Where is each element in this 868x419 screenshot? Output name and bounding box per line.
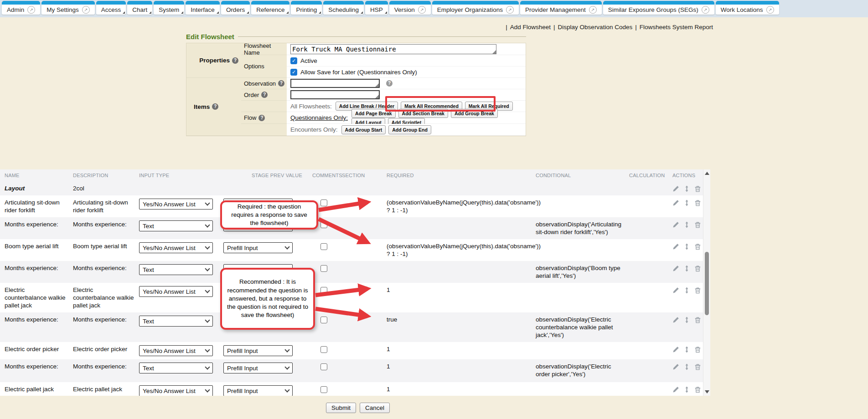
- nav-tab-system[interactable]: System: [154, 1, 184, 15]
- stage-prev-value-select[interactable]: Prefill Input: [223, 242, 293, 253]
- move-icon[interactable]: [683, 363, 690, 370]
- nav-tab-provider-management[interactable]: Provider Management↗: [520, 1, 602, 15]
- comments-checkbox[interactable]: [320, 346, 327, 353]
- edit-icon[interactable]: [672, 185, 679, 192]
- questionnaires-only-link[interactable]: Questionnaires Only:: [290, 114, 348, 121]
- stage-prev-value-select[interactable]: Prefill Input: [223, 363, 293, 373]
- help-icon[interactable]: ?: [261, 92, 268, 98]
- input-type-select[interactable]: Yes/No Answer List: [139, 286, 213, 297]
- move-icon[interactable]: [683, 346, 690, 353]
- input-type-select[interactable]: Yes/No Answer List: [139, 242, 213, 253]
- scrollbar-thumb[interactable]: [705, 252, 709, 315]
- edit-icon[interactable]: [672, 363, 679, 370]
- input-type-select[interactable]: Text: [139, 363, 213, 373]
- move-icon[interactable]: [683, 185, 690, 192]
- flowsheet-name-input[interactable]: [291, 45, 496, 54]
- scroll-down-arrow-icon[interactable]: [705, 390, 709, 393]
- delete-icon[interactable]: [694, 363, 701, 370]
- edit-icon[interactable]: [672, 317, 679, 323]
- move-icon[interactable]: [683, 199, 690, 206]
- delete-icon[interactable]: [694, 386, 701, 393]
- resize-handle-icon[interactable]: [492, 50, 496, 54]
- nav-tab-admin[interactable]: Admin↗: [2, 1, 40, 15]
- nav-tab-label: Similar Exposure Groups (SEGs): [608, 6, 698, 13]
- link-display-observation-codes[interactable]: Display Observation Codes: [558, 24, 633, 31]
- nav-tab-my-settings[interactable]: My Settings↗: [41, 1, 95, 15]
- stage-prev-value-select[interactable]: Prefill Input: [223, 345, 293, 356]
- nav-tab-orders[interactable]: Orders: [221, 1, 250, 15]
- cancel-button[interactable]: Cancel: [360, 403, 390, 413]
- column-header-calculation: CALCULATION: [629, 173, 672, 178]
- delete-icon[interactable]: [694, 317, 701, 323]
- nav-tab-hsp[interactable]: HSP: [365, 1, 388, 15]
- help-icon[interactable]: ?: [258, 115, 265, 121]
- edit-icon[interactable]: [672, 243, 679, 250]
- delete-icon[interactable]: [694, 243, 701, 250]
- delete-icon[interactable]: [694, 185, 701, 192]
- comments-checkbox[interactable]: [320, 363, 327, 370]
- stage-prev-value-select[interactable]: Prefill Input: [223, 385, 293, 396]
- delete-icon[interactable]: [694, 221, 701, 228]
- move-icon[interactable]: [683, 243, 690, 250]
- help-icon[interactable]: ?: [386, 80, 393, 87]
- delete-icon[interactable]: [694, 287, 701, 294]
- input-type-select[interactable]: Text: [139, 316, 213, 327]
- link-flowsheets-system-report[interactable]: Flowsheets System Report: [640, 24, 713, 31]
- edit-icon[interactable]: [672, 265, 679, 272]
- save-later-checkbox[interactable]: ✓: [290, 69, 297, 76]
- move-icon[interactable]: [683, 221, 690, 228]
- column-header-section: SECTION: [342, 173, 378, 178]
- comments-checkbox[interactable]: [320, 287, 327, 294]
- observation-input[interactable]: [291, 80, 379, 87]
- table-header-row: NAME DESCRIPTION INPUT TYPE STAGE PREV V…: [0, 169, 703, 181]
- nav-tab-employer-organizations[interactable]: Employer Organizations↗: [432, 1, 519, 15]
- nav-tab-scheduling[interactable]: Scheduling: [323, 1, 364, 15]
- vertical-scrollbar[interactable]: [703, 169, 710, 396]
- move-icon[interactable]: [683, 265, 690, 272]
- input-type-select[interactable]: Yes/No Answer List: [139, 199, 213, 210]
- nav-tab-similar-exposure-groups-segs[interactable]: Similar Exposure Groups (SEGs)↗: [603, 1, 714, 15]
- delete-icon[interactable]: [694, 346, 701, 353]
- nav-tab-access[interactable]: Access: [96, 1, 126, 15]
- nav-tab-interface[interactable]: Interface: [186, 1, 220, 15]
- edit-icon[interactable]: [672, 221, 679, 228]
- comments-checkbox[interactable]: [320, 265, 327, 272]
- edit-icon[interactable]: [672, 386, 679, 393]
- delete-icon[interactable]: [694, 199, 701, 206]
- resize-handle-icon[interactable]: [375, 95, 379, 98]
- input-type-select[interactable]: Text: [139, 220, 213, 231]
- help-icon[interactable]: ?: [278, 80, 284, 87]
- order-input-wrap: [290, 90, 380, 99]
- move-icon[interactable]: [683, 386, 690, 393]
- help-icon[interactable]: ?: [232, 57, 238, 64]
- input-type-select[interactable]: Yes/No Answer List: [139, 345, 213, 356]
- add-group-start-button[interactable]: Add Group Start: [341, 125, 386, 134]
- nav-tab-version[interactable]: Version↗: [389, 1, 431, 15]
- nav-tab-work-locations[interactable]: Work Locations↗: [716, 1, 779, 15]
- edit-icon[interactable]: [672, 199, 679, 206]
- add-group-end-button[interactable]: Add Group End: [388, 125, 431, 134]
- input-type-select[interactable]: Text: [139, 264, 213, 275]
- edit-icon[interactable]: [672, 287, 679, 294]
- comments-checkbox[interactable]: [320, 386, 327, 393]
- link-add-flowsheet[interactable]: Add Flowsheet: [510, 24, 551, 31]
- active-checkbox[interactable]: ✓: [290, 57, 297, 64]
- nav-tab-label: Chart: [132, 6, 147, 13]
- comments-checkbox[interactable]: [320, 221, 327, 228]
- nav-tab-chart[interactable]: Chart: [127, 1, 152, 15]
- input-type-select[interactable]: Yes/No Answer List: [139, 385, 213, 396]
- delete-icon[interactable]: [694, 265, 701, 272]
- edit-icon[interactable]: [672, 346, 679, 353]
- resize-handle-icon[interactable]: [375, 83, 379, 87]
- move-icon[interactable]: [683, 317, 690, 323]
- nav-tab-reference[interactable]: Reference: [251, 1, 289, 15]
- nav-tab-printing[interactable]: Printing: [291, 1, 322, 15]
- help-icon[interactable]: ?: [212, 103, 218, 110]
- scroll-up-arrow-icon[interactable]: [705, 172, 709, 175]
- comments-checkbox[interactable]: [320, 317, 327, 323]
- comments-checkbox[interactable]: [320, 199, 327, 206]
- move-icon[interactable]: [683, 287, 690, 294]
- submit-button[interactable]: Submit: [326, 403, 356, 413]
- comments-checkbox[interactable]: [320, 243, 327, 250]
- order-input[interactable]: [291, 91, 379, 98]
